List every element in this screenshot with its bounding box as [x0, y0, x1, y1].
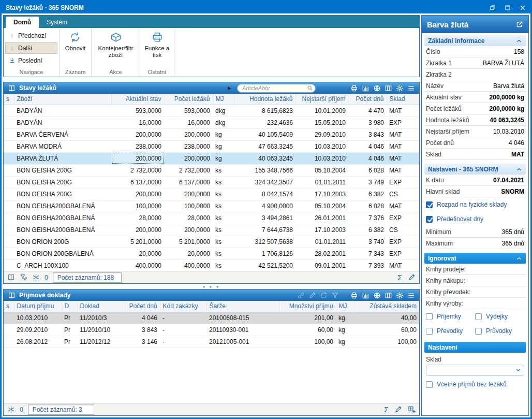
table-cell[interactable]: 20,0000: [111, 248, 164, 259]
table-cell[interactable]: [4, 336, 14, 348]
close-icon[interactable]: [519, 4, 526, 11]
table-cell[interactable]: BON ORION 200GBALENÁ: [14, 248, 111, 259]
table-row[interactable]: BON ORION 200G5 201,00005 201,0000ks312 …: [4, 236, 419, 248]
table-cell[interactable]: 1 706,8126: [234, 248, 295, 259]
table-cell[interactable]: 4 046: [348, 152, 387, 164]
table-cell[interactable]: 100,0000: [164, 200, 213, 212]
section-header[interactable]: Ignorovat: [424, 253, 526, 264]
table-row[interactable]: BADYÁN593,0000593,0000dkg8 615,682310.01…: [4, 105, 419, 117]
columns-icon[interactable]: [384, 84, 393, 93]
column-header[interactable]: Počet dnů: [348, 94, 387, 105]
table-cell[interactable]: 20121005-001: [206, 336, 279, 348]
table-cell[interactable]: 2 732,0000: [164, 164, 213, 176]
checkbox[interactable]: [475, 328, 482, 335]
table-cell[interactable]: 8 042,1574: [234, 188, 295, 200]
table-row[interactable]: BON GEISHA200GBALENÁ28,000028,0000ks3 49…: [4, 212, 419, 224]
table-cell[interactable]: Pr: [62, 336, 77, 348]
table-cell[interactable]: 11/2012/12: [77, 336, 125, 348]
table-cell[interactable]: 7 644,6738: [234, 224, 295, 236]
table-cell[interactable]: [4, 105, 14, 117]
table-cell[interactable]: CS: [387, 188, 419, 200]
table-cell[interactable]: dkg: [213, 117, 234, 128]
table-cell[interactable]: 05.10.2004: [295, 164, 348, 176]
table-cell[interactable]: BARVA ČERVENÁ: [14, 128, 111, 140]
nav-next-button[interactable]: ↓ Další: [5, 42, 57, 54]
column-header[interactable]: Šarže: [206, 301, 279, 312]
checkbox-row[interactable]: Včetně příjmů bez ležáků: [424, 377, 526, 392]
table-cell[interactable]: 6 137,0000: [111, 176, 164, 188]
table-cell[interactable]: 6 382: [348, 224, 387, 236]
table-cell[interactable]: 100,0000: [111, 200, 164, 212]
search-input[interactable]: [237, 84, 316, 93]
table-cell[interactable]: 200,0000: [111, 224, 164, 236]
table-cell[interactable]: [4, 224, 14, 236]
table-cell[interactable]: 42 521,5200: [234, 259, 295, 271]
table-cell[interactable]: 28,0000: [111, 212, 164, 224]
popout-icon[interactable]: [515, 21, 523, 28]
table-cell[interactable]: [4, 117, 14, 128]
table-cell[interactable]: Pr: [62, 324, 77, 336]
table-cell[interactable]: 26.08.2012: [14, 336, 62, 348]
menu-icon[interactable]: [407, 84, 416, 93]
table-cell[interactable]: 6 382: [348, 188, 387, 200]
table-cell[interactable]: 200,0000: [111, 128, 164, 140]
settings-icon[interactable]: [395, 291, 404, 300]
table-cell[interactable]: -: [160, 312, 206, 324]
table-cell[interactable]: 100,00: [279, 336, 336, 348]
snowflake-icon[interactable]: [32, 273, 40, 281]
edit-icon[interactable]: [394, 406, 402, 413]
table-row[interactable]: BON GEISHA 200G6 137,00006 137,0000ks324…: [4, 176, 419, 188]
table-cell[interactable]: MAT: [387, 105, 419, 117]
checkbox-row[interactable]: Rozpad na fyzické sklady: [424, 197, 526, 212]
print-icon[interactable]: [350, 291, 359, 300]
web-icon[interactable]: [373, 291, 381, 300]
column-header[interactable]: Sklad: [387, 94, 419, 105]
table-cell[interactable]: MAT: [387, 152, 419, 164]
table-cell[interactable]: 400,0000: [164, 259, 213, 271]
table-cell[interactable]: 17.10.2003: [295, 224, 348, 236]
column-header[interactable]: Množství příjmu: [279, 301, 336, 312]
table-cell[interactable]: EXP: [387, 248, 419, 259]
table-cell[interactable]: 17.10.2003: [295, 188, 348, 200]
table-cell[interactable]: 5 201,0000: [111, 236, 164, 248]
table-cell[interactable]: 11/2010/10: [77, 324, 125, 336]
column-header[interactable]: s: [4, 301, 14, 312]
table-cell[interactable]: 6 137,0000: [164, 176, 213, 188]
column-header[interactable]: Hodnota ležáků: [234, 94, 295, 105]
container-filter-button[interactable]: Kontejner/filtr zboží: [93, 30, 138, 67]
chevron-up-icon[interactable]: [516, 166, 522, 172]
column-header[interactable]: Aktuální stav: [111, 94, 164, 105]
checkbox[interactable]: [426, 313, 433, 320]
table-cell[interactable]: 200,0000: [111, 188, 164, 200]
settings-icon[interactable]: [395, 84, 404, 93]
table-cell[interactable]: 4 046: [125, 312, 160, 324]
table-row[interactable]: BON GEISHA200GBALENÁ200,0000200,0000ks7 …: [4, 224, 419, 236]
table-cell[interactable]: [4, 248, 14, 259]
table-cell[interactable]: ks: [213, 259, 234, 271]
table-cell[interactable]: 47 663,3245: [234, 140, 295, 152]
sum-icon[interactable]: Σ: [384, 406, 389, 414]
table-cell[interactable]: ks: [213, 200, 234, 212]
column-header[interactable]: Zůstává skladem: [354, 301, 419, 312]
table-cell[interactable]: [4, 128, 14, 140]
checkbox[interactable]: [426, 201, 433, 208]
table-cell[interactable]: 8 615,6823: [234, 105, 295, 117]
table-cell[interactable]: 60,00: [354, 324, 419, 336]
table-cell[interactable]: 01.01.2011: [295, 236, 348, 248]
table-row[interactable]: BARVA ČERVENÁ200,0000200,0000kg40 105,54…: [4, 128, 419, 140]
table-cell[interactable]: 20,0000: [164, 248, 213, 259]
table-cell[interactable]: 28,0000: [164, 212, 213, 224]
table-cell[interactable]: [4, 188, 14, 200]
table-cell[interactable]: 232,4636: [234, 117, 295, 128]
table-cell[interactable]: BARVA ŽLUTÁ: [14, 152, 111, 164]
table-cell[interactable]: 400,0000: [111, 259, 164, 271]
table-cell[interactable]: Pr: [62, 312, 77, 324]
table-row[interactable]: BON ORION 200GBALENÁ20,000020,0000ks1 70…: [4, 248, 419, 259]
table-cell[interactable]: 200,0000: [164, 224, 213, 236]
table-cell[interactable]: dkg: [213, 105, 234, 117]
column-header[interactable]: Počet ležáků: [164, 94, 213, 105]
nav-last-button[interactable]: Poslední: [5, 54, 57, 66]
table-cell[interactable]: 155 348,7566: [234, 164, 295, 176]
table-cell[interactable]: EXP: [387, 236, 419, 248]
tab-domu[interactable]: Domů: [6, 17, 39, 28]
